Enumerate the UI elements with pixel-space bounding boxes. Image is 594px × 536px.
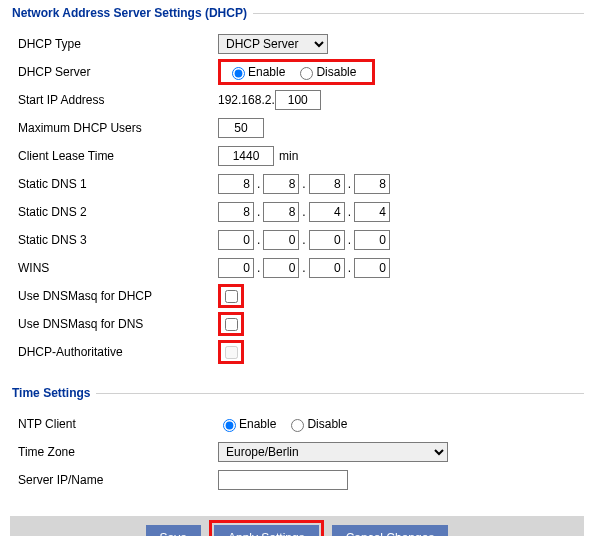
dhcp-server-label: DHCP Server	[10, 65, 218, 79]
dhcp-type-label: DHCP Type	[10, 37, 218, 51]
max-users-input[interactable]	[218, 118, 264, 138]
max-users-label: Maximum DHCP Users	[10, 121, 218, 135]
static-dns-1-label: Static DNS 1	[10, 177, 218, 191]
lease-time-input[interactable]	[218, 146, 274, 166]
dhcp-authoritative-label: DHCP-Authoritative	[10, 345, 218, 359]
time-settings-section: Time Settings NTP Client Enable Disable …	[10, 386, 584, 500]
wins-label: WINS	[10, 261, 218, 275]
use-dnsmasq-dhcp-checkbox[interactable]	[225, 290, 238, 303]
dhcp-settings-section: Network Address Server Settings (DHCP) D…	[10, 6, 584, 372]
apply-settings-button[interactable]: Apply Settings	[214, 525, 319, 536]
ntp-disable-label: Disable	[307, 417, 347, 431]
use-dnsmasq-dns-checkbox[interactable]	[225, 318, 238, 331]
apply-highlight: Apply Settings	[209, 520, 324, 536]
start-ip-prefix: 192.168.2.	[218, 93, 275, 107]
time-settings-legend: Time Settings	[10, 386, 96, 400]
ntp-enable-option[interactable]: Enable	[218, 416, 276, 432]
static-dns-3-octet-3[interactable]	[309, 230, 345, 250]
static-dns-2-octet-4[interactable]	[354, 202, 390, 222]
dhcp-server-enable-option[interactable]: Enable	[227, 64, 285, 80]
static-dns-3-label: Static DNS 3	[10, 233, 218, 247]
static-dns-3-octet-1[interactable]	[218, 230, 254, 250]
static-dns-2-octet-3[interactable]	[309, 202, 345, 222]
use-dnsmasq-dhcp-highlight	[218, 284, 244, 308]
ntp-enable-radio[interactable]	[223, 419, 236, 432]
static-dns-3-octet-4[interactable]	[354, 230, 390, 250]
save-button[interactable]: Save	[146, 525, 201, 536]
static-dns-2-octet-1[interactable]	[218, 202, 254, 222]
static-dns-1-octet-1[interactable]	[218, 174, 254, 194]
server-name-input[interactable]	[218, 470, 348, 490]
tz-select[interactable]: Europe/Berlin	[218, 442, 448, 462]
footer-bar: Save Apply Settings Cancel Changes	[10, 516, 584, 536]
static-dns-1-octet-3[interactable]	[309, 174, 345, 194]
tz-label: Time Zone	[10, 445, 218, 459]
use-dnsmasq-dns-highlight	[218, 312, 244, 336]
dhcp-server-highlight: Enable Disable	[218, 59, 375, 85]
wins-octet-2[interactable]	[263, 258, 299, 278]
dhcp-authoritative-highlight	[218, 340, 244, 364]
dhcp-server-enable-radio[interactable]	[232, 67, 245, 80]
dhcp-settings-legend: Network Address Server Settings (DHCP)	[10, 6, 253, 20]
ntp-disable-radio[interactable]	[291, 419, 304, 432]
ntp-disable-option[interactable]: Disable	[286, 416, 347, 432]
static-dns-1-octet-4[interactable]	[354, 174, 390, 194]
dhcp-server-enable-label: Enable	[248, 65, 285, 79]
static-dns-3-octet-2[interactable]	[263, 230, 299, 250]
dhcp-authoritative-checkbox[interactable]	[225, 346, 238, 359]
wins-octet-4[interactable]	[354, 258, 390, 278]
cancel-changes-button[interactable]: Cancel Changes	[332, 525, 449, 536]
ntp-client-label: NTP Client	[10, 417, 218, 431]
use-dnsmasq-dhcp-label: Use DNSMasq for DHCP	[10, 289, 218, 303]
dhcp-server-disable-radio[interactable]	[300, 67, 313, 80]
lease-time-unit: min	[279, 149, 298, 163]
static-dns-2-label: Static DNS 2	[10, 205, 218, 219]
dhcp-server-disable-label: Disable	[316, 65, 356, 79]
server-name-label: Server IP/Name	[10, 473, 218, 487]
dhcp-type-select[interactable]: DHCP Server	[218, 34, 328, 54]
start-ip-host-input[interactable]	[275, 90, 321, 110]
static-dns-1-octet-2[interactable]	[263, 174, 299, 194]
wins-octet-1[interactable]	[218, 258, 254, 278]
use-dnsmasq-dns-label: Use DNSMasq for DNS	[10, 317, 218, 331]
static-dns-2-octet-2[interactable]	[263, 202, 299, 222]
start-ip-label: Start IP Address	[10, 93, 218, 107]
dhcp-server-disable-option[interactable]: Disable	[295, 64, 356, 80]
wins-octet-3[interactable]	[309, 258, 345, 278]
ntp-enable-label: Enable	[239, 417, 276, 431]
lease-time-label: Client Lease Time	[10, 149, 218, 163]
